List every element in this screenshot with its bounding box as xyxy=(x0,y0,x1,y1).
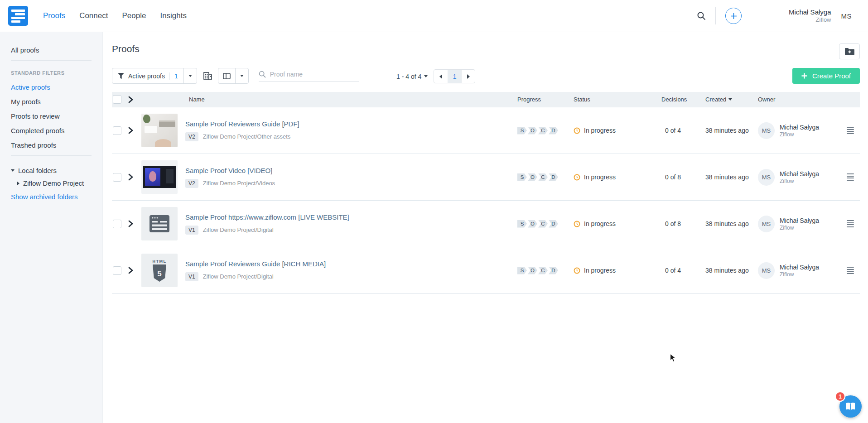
expand-row-icon[interactable] xyxy=(128,267,134,274)
user-menu[interactable]: Michał Sałyga Ziflow xyxy=(789,8,831,24)
stage-comment[interactable]: C xyxy=(538,267,548,274)
stage-open[interactable]: O xyxy=(528,220,537,228)
proof-thumbnail-video[interactable] xyxy=(141,160,178,194)
in-progress-clock-icon xyxy=(574,127,580,134)
column-header-progress[interactable]: Progress xyxy=(514,96,570,103)
in-progress-clock-icon xyxy=(574,221,580,227)
sidebar-item-active-proofs[interactable]: Active proofs xyxy=(11,83,102,91)
expand-all-icon[interactable] xyxy=(128,96,134,103)
stage-decision[interactable]: D xyxy=(549,220,558,228)
stage-share[interactable]: S xyxy=(517,173,527,181)
next-page-button[interactable] xyxy=(461,70,475,83)
local-folders-toggle[interactable]: Local folders xyxy=(11,167,102,174)
column-header-owner[interactable]: Owner xyxy=(754,96,840,103)
user-name: Michał Sałyga xyxy=(789,8,831,17)
version-badge: V1 xyxy=(185,272,198,281)
filter-dropdown-button[interactable] xyxy=(183,68,197,83)
show-archived-folders-link[interactable]: Show archived folders xyxy=(11,192,102,201)
stage-share[interactable]: S xyxy=(517,267,527,274)
view-dropdown-button[interactable] xyxy=(235,68,248,83)
global-search-button[interactable] xyxy=(697,11,706,20)
row-checkbox[interactable] xyxy=(113,126,121,135)
row-checkbox[interactable] xyxy=(113,220,121,228)
proof-name-search-input[interactable] xyxy=(270,71,352,78)
proof-name-link[interactable]: Sample Proof https://www.ziflow.com [LIV… xyxy=(185,213,349,221)
owner-cell: MS Michał Sałyga Ziflow xyxy=(754,216,840,232)
sidebar-item-completed-proofs[interactable]: Completed proofs xyxy=(11,126,102,135)
create-proof-button[interactable]: Create Proof xyxy=(792,68,860,84)
sidebar-item-all-proofs[interactable]: All proofs xyxy=(11,46,102,54)
row-actions-menu-icon[interactable] xyxy=(847,266,854,275)
nav-item-people[interactable]: People xyxy=(122,11,146,20)
sidebar-item-proofs-to-review[interactable]: Proofs to review xyxy=(11,112,102,120)
stage-open[interactable]: O xyxy=(528,267,537,274)
proofs-toolbar: Active proofs 1 xyxy=(112,68,860,84)
proof-thumbnail-pdf[interactable] xyxy=(141,114,178,147)
new-folder-icon xyxy=(845,48,854,55)
row-actions-menu-icon[interactable] xyxy=(847,219,854,229)
created-time: 38 minutes ago xyxy=(702,220,754,227)
in-progress-clock-icon xyxy=(574,174,580,181)
row-actions-menu-icon[interactable] xyxy=(847,173,854,182)
navbar-divider xyxy=(715,7,716,24)
stage-share[interactable]: S xyxy=(517,127,527,135)
owner-company: Ziflow xyxy=(780,178,819,184)
sidebar-item-my-proofs[interactable]: My proofs xyxy=(11,97,102,106)
proof-name-link[interactable]: Sample Proof Video [VIDEO] xyxy=(185,167,272,174)
select-all-checkbox[interactable] xyxy=(113,95,121,104)
manage-views-button[interactable] xyxy=(203,72,212,80)
stage-decision[interactable]: D xyxy=(549,127,558,135)
page-range-label: 1 - 4 of 4 xyxy=(396,73,421,80)
nav-item-proofs[interactable]: Proofs xyxy=(43,11,65,20)
search-icon xyxy=(697,11,706,20)
stage-comment[interactable]: C xyxy=(538,127,548,135)
proof-name-link[interactable]: Sample Proof Reviewers Guide [PDF] xyxy=(185,120,299,128)
expand-row-icon[interactable] xyxy=(128,173,134,181)
sidebar-item-trashed-proofs[interactable]: Trashed proofs xyxy=(11,141,102,149)
row-checkbox[interactable] xyxy=(113,266,121,275)
stage-open[interactable]: O xyxy=(528,173,537,181)
stage-decision[interactable]: D xyxy=(549,173,558,181)
sidebar-folder-ziflow-demo-project[interactable]: Ziflow Demo Project xyxy=(17,179,102,187)
browser-icon xyxy=(149,215,170,233)
proof-name-link[interactable]: Sample Proof Reviewers Guide [RICH MEDIA… xyxy=(185,260,326,268)
html5-icon-label: HTML xyxy=(153,259,167,264)
column-header-name[interactable]: Name xyxy=(185,96,514,103)
owner-cell: MS Michał Sałyga Ziflow xyxy=(754,122,840,139)
stage-decision[interactable]: D xyxy=(549,267,558,274)
view-layout-control xyxy=(218,68,249,84)
active-filter-button[interactable]: Active proofs 1 xyxy=(112,68,183,83)
stage-open[interactable]: O xyxy=(528,127,537,135)
proof-folder-path: Ziflow Demo Project/Digital xyxy=(203,226,274,233)
column-header-status[interactable]: Status xyxy=(570,96,658,103)
proof-thumbnail-website[interactable] xyxy=(141,207,178,240)
column-view-button[interactable] xyxy=(218,68,235,83)
nav-item-insights[interactable]: Insights xyxy=(160,11,187,20)
nav-item-connect[interactable]: Connect xyxy=(79,11,108,20)
row-checkbox[interactable] xyxy=(113,173,121,182)
row-actions-menu-icon[interactable] xyxy=(847,126,854,135)
expand-row-icon[interactable] xyxy=(128,127,134,134)
progress-stages: S O C D xyxy=(514,267,570,274)
prev-page-button[interactable] xyxy=(434,70,448,83)
ziflow-logo-icon[interactable] xyxy=(8,6,28,26)
column-header-created[interactable]: Created xyxy=(702,96,754,103)
proof-thumbnail-rich-media[interactable]: HTML 5 xyxy=(141,254,178,287)
caret-down-icon xyxy=(188,75,192,77)
sidebar: All proofs STANDARD FILTERS Active proof… xyxy=(0,32,103,423)
expand-row-icon[interactable] xyxy=(128,220,134,227)
new-folder-button[interactable] xyxy=(839,43,860,59)
progress-stages: S O C D xyxy=(514,127,570,135)
page-range-dropdown[interactable]: 1 - 4 of 4 xyxy=(396,73,428,80)
column-header-decisions[interactable]: Decisions xyxy=(658,96,702,103)
sidebar-divider xyxy=(11,155,92,156)
stage-share[interactable]: S xyxy=(517,220,527,228)
stage-comment[interactable]: C xyxy=(538,220,548,228)
main-content: Proofs Active proofs 1 xyxy=(103,32,868,423)
prev-icon xyxy=(439,74,442,79)
quick-create-button[interactable] xyxy=(725,8,742,24)
current-page-button[interactable]: 1 xyxy=(448,70,461,83)
user-avatar[interactable]: MS xyxy=(841,12,852,20)
help-widget-button[interactable]: 1 xyxy=(839,395,862,418)
stage-comment[interactable]: C xyxy=(538,173,548,181)
